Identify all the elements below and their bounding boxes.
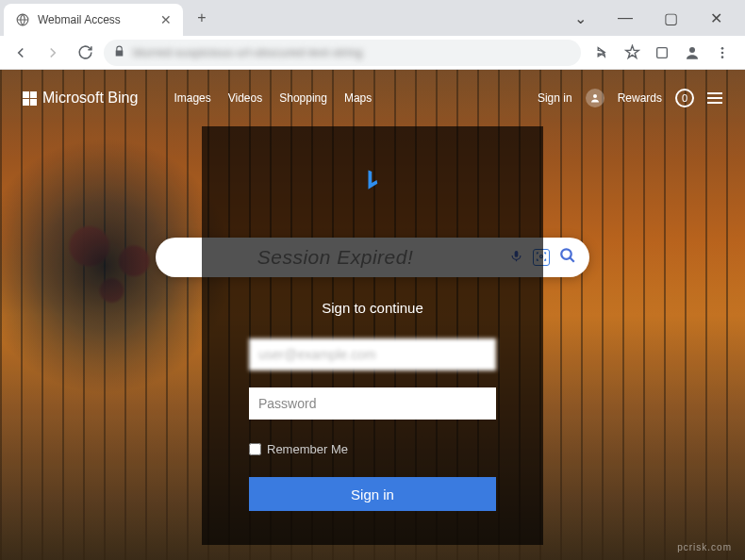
minimize-button[interactable]: — xyxy=(611,4,639,32)
svg-point-2 xyxy=(689,47,695,53)
remember-label: Remember Me xyxy=(267,442,348,456)
nav-images[interactable]: Images xyxy=(174,91,210,105)
login-modal: Sign to continue Remember Me Sign in xyxy=(202,126,543,545)
share-icon[interactable] xyxy=(590,41,613,64)
nav-shopping[interactable]: Shopping xyxy=(279,91,327,105)
svg-point-5 xyxy=(721,56,724,58)
bing-nav: Images Videos Shopping Maps xyxy=(174,91,372,105)
hamburger-menu-icon[interactable] xyxy=(707,92,722,104)
watermark-text: pcrisk.com xyxy=(677,542,732,552)
tab-close-icon[interactable]: ✕ xyxy=(160,12,172,27)
user-avatar-icon[interactable] xyxy=(586,89,604,107)
modal-subtitle: Sign to continue xyxy=(322,300,423,316)
address-bar[interactable]: blurred-suspicious-url-obscured-text-str… xyxy=(104,40,581,66)
bing-logo[interactable]: Microsoft Bing xyxy=(23,90,138,107)
bookmark-star-icon[interactable] xyxy=(621,41,643,64)
new-tab-button[interactable]: + xyxy=(189,5,215,31)
window-controls: ⌄ — ▢ ✕ xyxy=(566,4,741,32)
kebab-menu-icon[interactable] xyxy=(711,41,734,64)
nav-maps[interactable]: Maps xyxy=(344,91,372,105)
bing-b-icon xyxy=(364,168,381,198)
maximize-button[interactable]: ▢ xyxy=(656,4,685,32)
bing-header: Microsoft Bing Images Videos Shopping Ma… xyxy=(0,79,745,117)
password-field[interactable] xyxy=(249,387,496,420)
search-icon[interactable] xyxy=(559,247,576,268)
svg-point-6 xyxy=(593,94,597,98)
rewards-badge-icon[interactable]: 0 xyxy=(675,89,694,107)
forward-button[interactable] xyxy=(40,40,66,66)
svg-point-9 xyxy=(561,249,571,259)
back-button[interactable] xyxy=(8,40,34,66)
browser-tab[interactable]: Webmail Access ✕ xyxy=(4,4,183,36)
bing-brand-text: Microsoft Bing xyxy=(42,90,138,107)
address-text: blurred-suspicious-url-obscured-text-str… xyxy=(133,45,571,59)
email-field[interactable] xyxy=(249,338,496,371)
nav-videos[interactable]: Videos xyxy=(228,91,262,105)
globe-icon xyxy=(15,12,30,27)
chevron-down-icon[interactable]: ⌄ xyxy=(566,4,594,32)
page-viewport: Microsoft Bing Images Videos Shopping Ma… xyxy=(0,70,745,560)
profile-avatar-icon[interactable] xyxy=(681,41,704,64)
extensions-icon[interactable] xyxy=(651,41,673,64)
lock-icon xyxy=(113,45,125,60)
browser-toolbar: blurred-suspicious-url-obscured-text-str… xyxy=(0,36,745,70)
close-window-button[interactable]: ✕ xyxy=(702,4,730,32)
remember-checkbox-input[interactable] xyxy=(249,443,261,455)
reload-button[interactable] xyxy=(72,40,98,66)
signin-button[interactable]: Sign in xyxy=(249,477,496,511)
browser-titlebar: Webmail Access ✕ + ⌄ — ▢ ✕ xyxy=(0,0,745,36)
tab-title: Webmail Access xyxy=(38,13,121,26)
signin-link[interactable]: Sign in xyxy=(538,91,572,105)
svg-point-4 xyxy=(721,51,724,54)
svg-rect-1 xyxy=(657,47,668,58)
microsoft-icon xyxy=(23,91,37,106)
rewards-link[interactable]: Rewards xyxy=(618,91,662,105)
svg-point-3 xyxy=(721,47,724,50)
remember-me-checkbox[interactable]: Remember Me xyxy=(249,442,348,456)
